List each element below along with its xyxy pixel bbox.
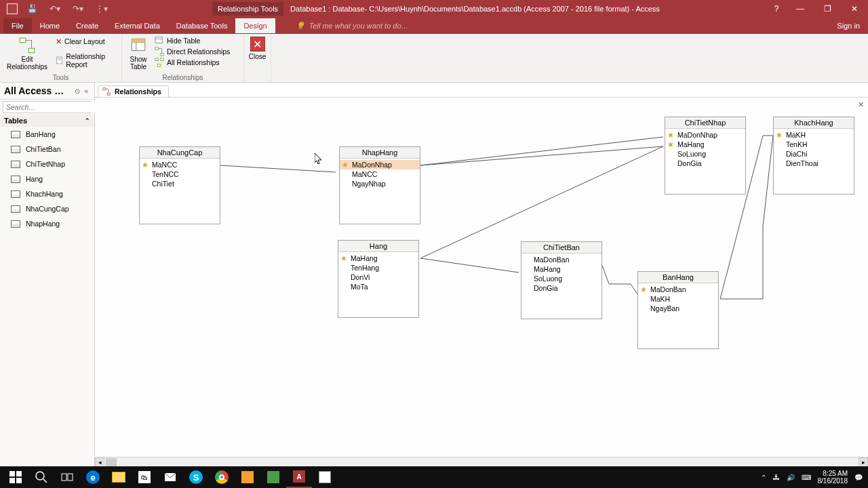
field-soluong[interactable]: SoLuong xyxy=(521,274,601,283)
field-mahang[interactable]: MaHang xyxy=(521,264,601,274)
field-soluong[interactable]: SoLuong xyxy=(665,149,745,159)
field-madonnhap[interactable]: MaDonNhap xyxy=(340,160,420,169)
tab-home[interactable]: Home xyxy=(32,18,68,33)
ribbon-collapse-icon[interactable]: ⌃ xyxy=(858,11,864,20)
field-donvi[interactable]: DonVi xyxy=(338,272,418,282)
tray-chevron-icon[interactable]: ⌃ xyxy=(761,474,766,481)
table-title[interactable]: KhachHang xyxy=(774,117,854,129)
tab-design[interactable]: Design xyxy=(235,18,275,33)
navpane-dropdown-icon[interactable]: ⊙ xyxy=(73,87,82,95)
access-taskbar-icon[interactable]: A xyxy=(286,466,312,488)
field-dienthoai[interactable]: DienThoai xyxy=(774,159,854,168)
field-mancc[interactable]: MaNCC xyxy=(140,160,220,169)
navpane-search[interactable]: 🔍 xyxy=(3,101,92,113)
close-button[interactable]: ✕ Close xyxy=(248,35,267,62)
clear-layout-button[interactable]: ✕ Clear Layout xyxy=(54,37,117,46)
table-title[interactable]: NhaCungCap xyxy=(140,147,220,159)
chrome-icon[interactable] xyxy=(209,466,235,488)
table-item-hang[interactable]: Hang xyxy=(0,171,94,186)
app-icon-3[interactable] xyxy=(312,466,338,488)
field-chitiet[interactable]: ChiTiet xyxy=(140,179,220,188)
sign-in-link[interactable]: Sign in xyxy=(829,18,868,33)
field-madonban[interactable]: MaDonBan xyxy=(638,285,718,294)
table-title[interactable]: ChiTietNhap xyxy=(665,117,745,129)
field-makh[interactable]: MaKH xyxy=(774,130,854,140)
table-title[interactable]: BanHang xyxy=(638,272,718,283)
tab-database-tools[interactable]: Database Tools xyxy=(168,18,236,33)
section-collapse-icon[interactable]: ⌃ xyxy=(85,117,90,124)
scroll-thumb[interactable] xyxy=(106,458,117,466)
tab-relationships[interactable]: Relationships xyxy=(98,85,169,97)
scroll-left-icon[interactable]: ◂ xyxy=(95,458,104,467)
table-title[interactable]: NhapHang xyxy=(340,147,420,159)
table-item-nhaphang[interactable]: NhapHang xyxy=(0,216,94,231)
qat-customize-icon[interactable]: ⋮▾ xyxy=(93,4,111,14)
navpane-section-tables[interactable]: Tables ⌃ xyxy=(0,115,94,127)
field-mota[interactable]: MoTa xyxy=(338,282,418,291)
tray-lang-icon[interactable]: ⌨ xyxy=(802,474,811,481)
table-item-chitietban[interactable]: ChiTietBan xyxy=(0,142,94,157)
direct-relationships-button[interactable]: Direct Relationships xyxy=(153,46,231,57)
field-makh[interactable]: MaKH xyxy=(638,294,718,304)
all-relationships-button[interactable]: All Relationships xyxy=(153,57,231,68)
scroll-right-icon[interactable]: ▸ xyxy=(859,458,868,467)
help-icon[interactable]: ? xyxy=(766,0,787,18)
field-madonnhap[interactable]: MaDonNhap xyxy=(665,130,745,140)
file-explorer-icon[interactable] xyxy=(106,466,132,488)
app-icon-2[interactable] xyxy=(260,466,286,488)
taskbar-clock[interactable]: 8:25 AM 8/16/2018 xyxy=(818,470,848,485)
restore-button[interactable]: ❐ xyxy=(814,0,841,18)
tab-file[interactable]: File xyxy=(3,18,32,33)
field-tenncc[interactable]: TenNCC xyxy=(140,169,220,179)
field-mancc[interactable]: MaNCC xyxy=(340,169,420,179)
field-dongia[interactable]: DonGia xyxy=(665,159,745,168)
field-tenkh[interactable]: TenKH xyxy=(774,140,854,149)
relationships-canvas[interactable]: ✕ NhaCungCap MaNCC TenNCC ChiTiet xyxy=(95,98,868,466)
undo-icon[interactable]: ↶▾ xyxy=(47,4,63,14)
horizontal-scrollbar[interactable]: ◂ ▸ xyxy=(95,457,868,466)
navpane-title[interactable]: All Access … xyxy=(4,85,73,96)
field-mahang[interactable]: MaHang xyxy=(338,253,418,263)
table-title[interactable]: ChiTietBan xyxy=(521,242,601,253)
table-box-nhacungcap[interactable]: NhaCungCap MaNCC TenNCC ChiTiet xyxy=(139,146,220,224)
skype-icon[interactable]: S xyxy=(183,466,209,488)
search-input[interactable] xyxy=(3,102,98,113)
store-icon[interactable]: 🛍 xyxy=(132,466,157,488)
table-box-nhaphang[interactable]: NhapHang MaDonNhap MaNCC NgayNhap xyxy=(339,146,420,224)
tray-volume-icon[interactable]: 🔊 xyxy=(787,474,795,481)
table-item-nhacungcap[interactable]: NhaCungCap xyxy=(0,201,94,216)
show-table-button[interactable]: Show Table xyxy=(126,35,151,72)
hide-table-button[interactable]: Hide Table xyxy=(153,35,231,46)
task-view-icon[interactable] xyxy=(54,466,80,488)
table-item-khachhang[interactable]: KhachHang xyxy=(0,186,94,201)
tray-network-icon[interactable]: 🖧 xyxy=(773,474,780,481)
minimize-button[interactable]: — xyxy=(787,0,814,18)
tab-create[interactable]: Create xyxy=(68,18,106,33)
field-mahang[interactable]: MaHang xyxy=(665,140,745,149)
edit-relationships-button[interactable]: Edit Relationships xyxy=(4,35,50,72)
app-icon-1[interactable] xyxy=(235,466,260,488)
table-box-khachhang[interactable]: KhachHang MaKH TenKH DiaChi DienThoai xyxy=(773,117,854,195)
table-item-chitietnhap[interactable]: ChiTietNhap xyxy=(0,157,94,171)
table-box-chitietban[interactable]: ChiTietBan MaDonBan MaHang SoLuong DonGi… xyxy=(521,241,602,319)
table-title[interactable]: Hang xyxy=(338,241,418,252)
edge-icon[interactable]: e xyxy=(80,466,106,488)
save-icon[interactable]: 💾 xyxy=(24,4,40,14)
field-ngaynhap[interactable]: NgayNhap xyxy=(340,179,420,188)
field-dongia[interactable]: DonGia xyxy=(521,283,601,293)
redo-icon[interactable]: ↷▾ xyxy=(70,4,86,14)
tell-me-search[interactable]: 💡 Tell me what you want to do… xyxy=(296,22,409,30)
notifications-icon[interactable]: 💬 xyxy=(854,474,863,481)
table-box-chitietnhap[interactable]: ChiTietNhap MaDonNhap MaHang SoLuong Don… xyxy=(665,117,746,195)
navpane-collapse-icon[interactable]: « xyxy=(82,87,90,95)
table-item-banhang[interactable]: BanHang xyxy=(0,127,94,142)
start-button[interactable] xyxy=(3,466,28,488)
field-ngayban[interactable]: NgayBan xyxy=(638,304,718,313)
mail-icon[interactable] xyxy=(157,466,183,488)
tab-external-data[interactable]: External Data xyxy=(106,18,168,33)
relationship-report-button[interactable]: Relationship Report xyxy=(54,52,117,69)
field-tenhang[interactable]: TenHang xyxy=(338,263,418,272)
search-taskbar-icon[interactable] xyxy=(28,466,54,488)
field-madonban[interactable]: MaDonBan xyxy=(521,255,601,264)
field-diachi[interactable]: DiaChi xyxy=(774,149,854,159)
